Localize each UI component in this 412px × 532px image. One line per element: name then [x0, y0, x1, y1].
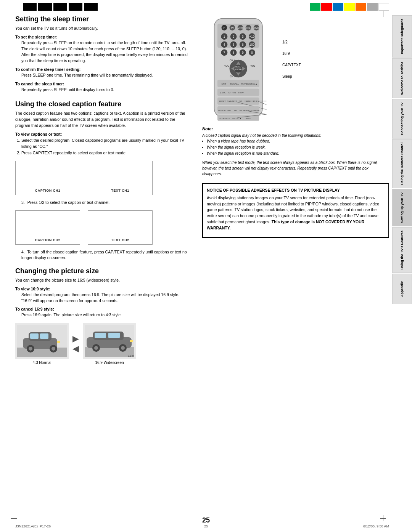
side-tabs: Important Safeguards Welcome to Toshiba …	[392, 15, 412, 304]
label-cap-text: CAP/TEXT	[282, 61, 301, 69]
sleep-confirm-text: Press SLEEP one time. The remaining time…	[21, 72, 191, 79]
svg-text:VOL: VOL	[250, 64, 255, 67]
svg-rect-16	[108, 333, 120, 338]
svg-text:5: 5	[233, 43, 235, 46]
closed-caption-title: Using the closed caption feature	[15, 100, 191, 108]
svg-rect-12	[85, 347, 134, 357]
svg-text:+10: +10	[249, 35, 255, 38]
text-ch2-box: TEXT CH2	[88, 210, 153, 245]
footer-left: J3N12621A(E)_P17-26	[15, 524, 51, 528]
picture-size-title: Changing the picture size	[15, 267, 191, 275]
svg-text:P: P	[224, 27, 225, 29]
svg-text:ENTER: ENTER	[235, 68, 242, 71]
svg-text:100: 100	[249, 43, 255, 46]
svg-rect-4	[30, 333, 39, 339]
view-step-2: Press CAP/TEXT repeatedly to select capt…	[21, 150, 191, 156]
sleep-timer-intro: You can set the TV so it turns off autom…	[15, 26, 191, 32]
svg-text:9: 9	[242, 51, 244, 54]
tab-setting-up[interactable]: Setting up your TV	[392, 189, 412, 226]
svg-text:7: 7	[224, 51, 225, 54]
normal-picture-box	[15, 323, 69, 359]
sleep-set-text: Repeatedly press SLEEP on the remote con…	[21, 40, 191, 64]
svg-point-9	[52, 347, 55, 351]
widescreen-picture-box: 16:9	[83, 323, 136, 359]
note-section: Note: A closed caption signal may not be…	[202, 127, 389, 177]
svg-rect-15	[95, 333, 106, 338]
remote-labels: 1/2 16:9 CAP/TEXT Sleep	[282, 15, 301, 81]
cancel-169-label: To cancel 16:9 style:	[15, 307, 191, 311]
remote-svg: P TV VCR CBL DVD 1 2 3	[202, 15, 278, 122]
black-bar-4	[69, 3, 82, 11]
page-number: 25	[202, 516, 210, 524]
widescreen-label-inside: 16:9	[128, 354, 134, 357]
caption-ch2-box: CAPTION CH2	[15, 210, 80, 245]
widescreen-picture-container: 16:9 16:9 Widescreen	[83, 323, 136, 365]
tab-appendix[interactable]: Appendix	[392, 274, 412, 304]
label-sleep: Sleep	[282, 72, 301, 81]
svg-point-20	[121, 346, 125, 350]
tab-important-safeguards[interactable]: Important Safeguards	[392, 15, 412, 58]
cancel-169-text: Press 16:9 again. The picture size will …	[21, 312, 191, 318]
note-bullets: When a video tape has been dubbed. When …	[207, 138, 389, 157]
color-bar-gray	[367, 3, 378, 11]
color-bar-blue	[333, 3, 343, 11]
black-bar-3	[53, 3, 67, 11]
svg-text:8: 8	[233, 51, 235, 54]
caption-row-2: CAPTION CH2 TEXT CH2	[15, 210, 191, 245]
svg-rect-21	[130, 340, 133, 342]
right-column: P TV VCR CBL DVD 1 2 3	[198, 15, 389, 517]
black-bar-1	[23, 3, 37, 11]
note-title: Note:	[202, 127, 389, 131]
svg-text:CAP/TEXT: CAP/TEXT	[227, 100, 237, 103]
note-extra: When you select the text mode, the text …	[202, 160, 389, 177]
svg-text:CH RTN: CH RTN	[228, 91, 236, 94]
caption-ch1-box: CAPTION CH1	[15, 161, 80, 195]
sleep-timer-title: Setting the sleep timer	[15, 15, 191, 23]
svg-text:0: 0	[251, 51, 253, 54]
car-normal-svg	[17, 325, 67, 357]
svg-point-7	[29, 347, 32, 351]
view-steps-list: Select the desired program. Closed capti…	[21, 137, 191, 156]
view-169-label: To view 16:9 style:	[15, 287, 191, 291]
svg-text:DVS MENU: DVS MENU	[249, 109, 260, 112]
svg-text:EXIT: EXIT	[222, 83, 227, 85]
left-column: Setting the sleep timer You can set the …	[15, 15, 198, 517]
sleep-set-label: To set the sleep timer:	[15, 35, 191, 39]
svg-text:MENU: MENU	[235, 66, 241, 68]
footer-right: 6/12/05, 9:50 AM	[363, 524, 389, 528]
svg-rect-1	[17, 348, 67, 357]
main-content: Setting the sleep timer You can set the …	[15, 15, 389, 517]
svg-text:6: 6	[242, 43, 244, 46]
label-ratio: 16:9	[282, 50, 301, 58]
svg-text:VCR: VCR	[238, 27, 243, 29]
tab-tv-features[interactable]: Using the TV's Features	[392, 227, 412, 273]
svg-text:TV/VIDEO: TV/VIDEO	[241, 83, 251, 85]
note-bullet-2: When the signal reception is weak.	[207, 144, 389, 151]
svg-text:CH -: CH -	[230, 75, 235, 78]
svg-text:FAV▲: FAV▲	[251, 83, 257, 85]
tab-remote-control[interactable]: Using the Remote Control	[392, 139, 412, 188]
color-bar-orange	[356, 3, 366, 11]
text-ch1-box: TEXT CH1	[88, 161, 153, 195]
warning-box: NOTICE OF POSSIBLE ADVERSE EFFECTS ON TV…	[202, 183, 389, 238]
svg-rect-10	[57, 341, 60, 343]
text-ch2-label: TEXT CH2	[111, 238, 129, 242]
svg-text:1: 1	[224, 35, 225, 38]
view-captions-label: To view captions or text:	[15, 132, 191, 136]
tab-connecting-tv[interactable]: Connecting your TV	[392, 99, 412, 139]
car-wide-svg	[85, 325, 134, 357]
svg-text:DVD: DVD	[254, 27, 259, 29]
warning-title: NOTICE OF POSSIBLE ADVERSE EFFECTS ON TV…	[207, 187, 385, 194]
top-color-bars	[310, 3, 389, 11]
normal-picture-container: 4:3 Normal	[15, 323, 69, 365]
step4-text: 4. To turn off the closed caption featur…	[21, 249, 191, 261]
label-half: 1/2	[282, 38, 301, 46]
text-ch1-label: TEXT CH1	[111, 189, 129, 192]
svg-text:VOL: VOL	[224, 64, 229, 67]
step3-text: 3. Press 1/2 to select the caption or te…	[21, 200, 191, 206]
svg-rect-5	[40, 333, 48, 339]
color-bar-red	[321, 3, 332, 11]
tab-welcome-toshiba[interactable]: Welcome to Toshiba	[392, 58, 412, 98]
svg-text:CLR: CLR	[233, 109, 237, 112]
svg-text:4: 4	[224, 43, 225, 46]
